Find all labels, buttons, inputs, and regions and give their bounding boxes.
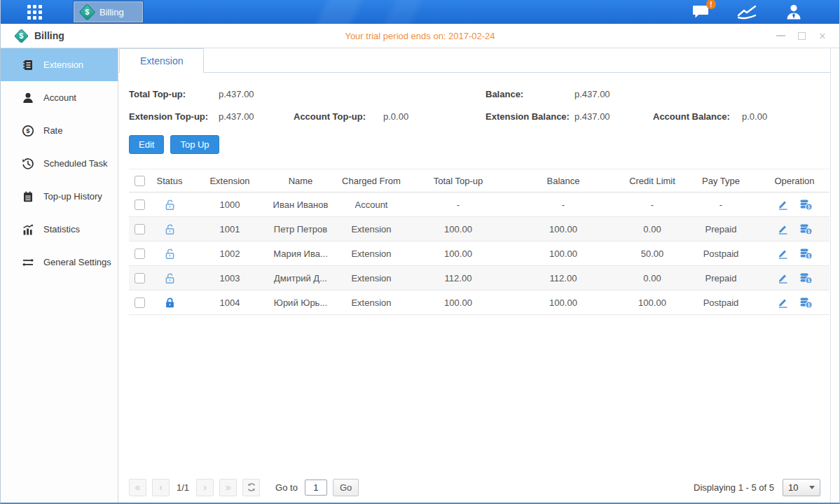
prev-page-button[interactable]: ‹ bbox=[152, 479, 170, 496]
sidebar-item-scheduled-task[interactable]: Scheduled Task bbox=[1, 147, 118, 180]
page-size-dropdown[interactable]: 10 bbox=[783, 479, 820, 496]
cell-extension: 1002 bbox=[189, 241, 270, 266]
extension-balance-label: Extension Balance: bbox=[486, 111, 574, 122]
last-page-button[interactable]: » bbox=[219, 479, 237, 496]
row-checkbox[interactable] bbox=[135, 273, 145, 284]
select-all-checkbox[interactable] bbox=[135, 176, 145, 186]
tab-extension[interactable]: Extension bbox=[119, 48, 204, 73]
row-checkbox[interactable] bbox=[135, 200, 145, 210]
cell-balance: - bbox=[504, 192, 622, 217]
app-grid-icon[interactable] bbox=[27, 5, 42, 20]
notepad-icon bbox=[22, 190, 34, 203]
close-icon[interactable]: ✕ bbox=[817, 30, 828, 41]
sidebar-item-statistics[interactable]: Statistics bbox=[1, 213, 118, 246]
balance-label: Balance: bbox=[486, 89, 574, 99]
cell-total-topup: 112.00 bbox=[412, 266, 504, 290]
cell-extension: 1004 bbox=[189, 290, 270, 315]
cell-credit-limit: 100.00 bbox=[622, 290, 682, 315]
billing-diamond-icon: $ bbox=[78, 4, 95, 20]
sidebar-item-extension[interactable]: Extension bbox=[1, 48, 118, 81]
lock-open-icon bbox=[164, 199, 176, 211]
first-page-button[interactable]: « bbox=[129, 479, 146, 496]
column-header-total-topup: Total Top-up bbox=[412, 169, 504, 192]
messages-icon[interactable]: ! bbox=[691, 4, 710, 20]
sidebar-item-rate[interactable]: $ Rate bbox=[1, 114, 118, 147]
displaying-text: Displaying 1 - 5 of 5 bbox=[694, 482, 774, 493]
lock-open-icon bbox=[164, 272, 176, 284]
lock-open-icon bbox=[164, 248, 176, 260]
cell-operation: $ bbox=[759, 223, 829, 235]
sidebar-item-general-settings[interactable]: General Settings bbox=[1, 246, 118, 279]
edit-button[interactable]: Edit bbox=[129, 135, 164, 154]
sidebar-item-account[interactable]: Account bbox=[1, 81, 118, 114]
cell-name: Мария Ива... bbox=[270, 241, 331, 266]
cell-extension: 1000 bbox=[189, 192, 270, 217]
edit-icon[interactable] bbox=[777, 272, 789, 284]
sidebar-item-label: Scheduled Task bbox=[43, 158, 108, 169]
sidebar-item-label: General Settings bbox=[43, 257, 111, 267]
goto-label: Go to bbox=[275, 482, 298, 493]
billing-window: $ Billing ! $ bbox=[0, 0, 840, 504]
sidebar-item-label: Account bbox=[43, 92, 76, 103]
svg-text:$: $ bbox=[807, 277, 810, 283]
chart-icon[interactable] bbox=[737, 4, 758, 20]
next-page-button[interactable]: › bbox=[196, 479, 214, 496]
cell-total-topup: 100.00 bbox=[412, 241, 504, 266]
sidebar-item-label: Top-up History bbox=[43, 191, 102, 202]
billing-diamond-icon: $ bbox=[14, 28, 29, 43]
sidebar-item-label: Rate bbox=[43, 125, 62, 136]
row-checkbox[interactable] bbox=[135, 224, 145, 234]
cell-credit-limit: 50.00 bbox=[622, 241, 682, 266]
row-checkbox[interactable] bbox=[135, 248, 145, 259]
goto-page-input[interactable] bbox=[305, 479, 327, 496]
user-icon[interactable] bbox=[785, 4, 803, 21]
row-checkbox[interactable] bbox=[135, 298, 145, 308]
column-header-name: Name bbox=[270, 169, 331, 192]
account-topup-value: p.0.00 bbox=[383, 111, 486, 122]
cell-charged-from: Extension bbox=[331, 266, 412, 290]
topup-icon[interactable]: $ bbox=[799, 248, 813, 260]
sidebar: Extension Account $ Rate bbox=[1, 48, 118, 503]
edit-icon[interactable] bbox=[777, 248, 789, 259]
minimize-icon[interactable] bbox=[775, 30, 786, 41]
refresh-button[interactable] bbox=[242, 479, 260, 496]
sidebar-item-topup-history[interactable]: Top-up History bbox=[1, 180, 118, 213]
go-button[interactable]: Go bbox=[333, 479, 359, 496]
edit-icon[interactable] bbox=[777, 297, 789, 308]
cell-name: Юрий Юрь... bbox=[270, 290, 331, 315]
cell-operation: $ bbox=[759, 272, 829, 284]
cell-operation: $ bbox=[759, 297, 829, 309]
extension-table: Status Extension Name Charged From Total… bbox=[129, 169, 829, 315]
cell-balance: 112.00 bbox=[504, 266, 622, 290]
top-up-button[interactable]: Top Up bbox=[170, 135, 219, 154]
cell-name: Петр Петров bbox=[270, 217, 331, 241]
taskbar-tab-billing[interactable]: $ Billing bbox=[74, 1, 143, 22]
refresh-icon bbox=[247, 482, 256, 492]
chevron-down-icon bbox=[809, 486, 815, 489]
cell-status bbox=[150, 192, 189, 217]
maximize-icon[interactable] bbox=[796, 30, 807, 41]
svg-text:$: $ bbox=[807, 253, 810, 258]
cell-charged-from: Extension bbox=[331, 241, 412, 266]
cell-credit-limit: - bbox=[622, 192, 682, 217]
svg-text:$: $ bbox=[26, 127, 30, 134]
column-header-pay-type: Pay Type bbox=[682, 169, 759, 192]
cell-name: Иван Иванов bbox=[270, 192, 331, 217]
cell-credit-limit: 0.00 bbox=[622, 266, 682, 290]
edit-icon[interactable] bbox=[777, 223, 789, 234]
page-indicator: 1/1 bbox=[177, 482, 189, 493]
topup-icon[interactable]: $ bbox=[799, 272, 813, 284]
svg-text:$: $ bbox=[807, 204, 810, 209]
cell-extension: 1003 bbox=[189, 266, 270, 290]
topup-icon[interactable]: $ bbox=[799, 297, 813, 309]
account-balance-value: p.0.00 bbox=[742, 111, 830, 122]
top-taskbar: $ Billing ! bbox=[1, 0, 839, 24]
topup-icon[interactable]: $ bbox=[799, 199, 813, 211]
taskbar-tab-label: Billing bbox=[99, 7, 124, 18]
table-body: 1000 Иван Иванов Account - - - - bbox=[129, 192, 829, 315]
column-header-balance: Balance bbox=[504, 169, 622, 192]
topup-icon[interactable]: $ bbox=[799, 223, 813, 235]
cell-extension: 1001 bbox=[189, 217, 270, 241]
extension-topup-value: p.437.00 bbox=[219, 111, 294, 122]
edit-icon[interactable] bbox=[777, 199, 789, 210]
